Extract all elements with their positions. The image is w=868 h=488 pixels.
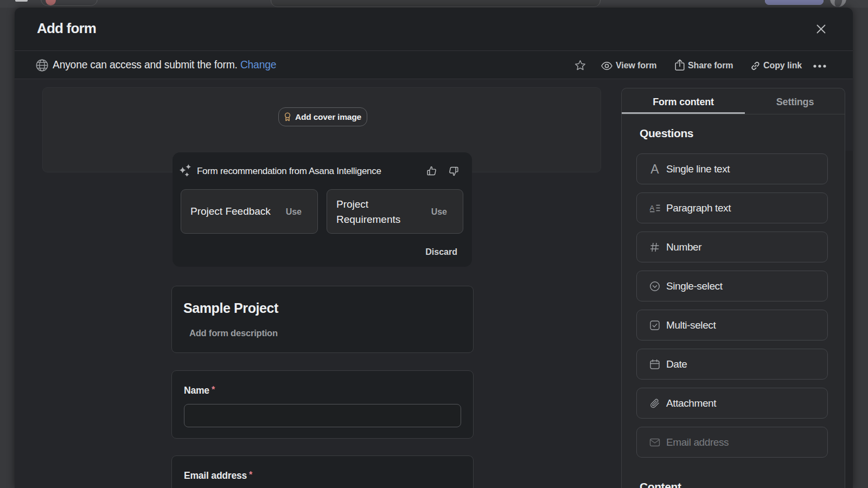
svg-text:A: A: [650, 203, 655, 211]
